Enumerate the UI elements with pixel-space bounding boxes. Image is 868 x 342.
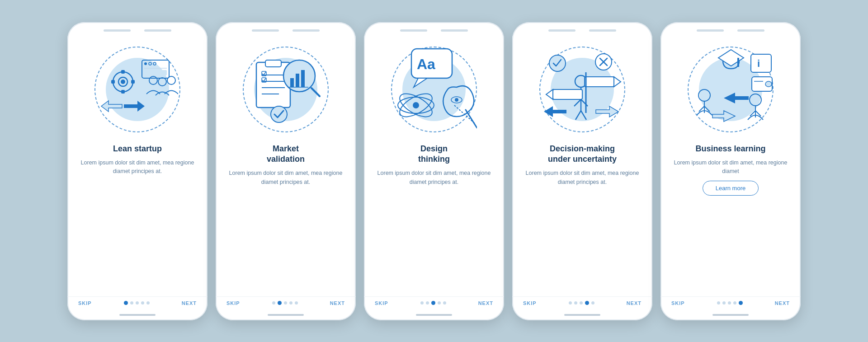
nav-dot-2-4 (289, 301, 292, 305)
svg-rect-27 (290, 78, 294, 87)
nav-dot-5-3 (728, 301, 731, 305)
nav-dot-3-1 (420, 301, 424, 305)
nav-dot-3-5 (443, 301, 446, 305)
nav-dot-1-2 (130, 301, 133, 305)
nav-dot-1-3 (136, 301, 139, 305)
next-btn-4[interactable]: NEXT (627, 300, 642, 306)
dots-nav-5 (717, 301, 743, 305)
top-bar-left (104, 29, 131, 32)
illustration-design-thinking: Aa (384, 40, 484, 139)
phone-content-2: Marketvalidation Lorem ipsum dolor sit d… (216, 35, 356, 296)
card-desc-business-learning: Lorem ipsum dolor sit dim amet, mea regi… (670, 159, 792, 176)
svg-point-15 (153, 62, 156, 65)
illustration-lean-startup (88, 40, 187, 139)
card-title-lean-startup: Lean startup (113, 144, 162, 154)
svg-point-39 (413, 102, 419, 108)
decision-making-icon (539, 47, 625, 131)
phone-bottom-2: SKIP NEXT (216, 296, 356, 314)
nav-dot-2-3 (284, 301, 287, 305)
top-bar-right (144, 29, 171, 32)
card-desc-decision-making: Lorem ipsum dolor sit dim amet, mea regi… (521, 169, 643, 187)
phone-bottom-3: SKIP NEXT (364, 296, 504, 314)
card-desc-design-thinking: Lorem ipsum dolor sit dim amet, mea regi… (373, 169, 495, 187)
home-indicator-2 (268, 314, 304, 316)
next-btn-3[interactable]: NEXT (478, 300, 493, 306)
dots-nav-4 (569, 301, 594, 305)
nav-dot-3-2 (426, 301, 429, 305)
illustration-market-validation (236, 40, 335, 139)
dots-nav-3 (420, 301, 446, 305)
nav-dot-5-4 (733, 301, 736, 305)
phone-bottom-5: SKIP NEXT (660, 296, 801, 314)
skip-btn-5[interactable]: SKIP (671, 300, 685, 306)
home-indicator-3 (416, 314, 452, 316)
svg-line-48 (576, 111, 581, 120)
next-btn-2[interactable]: NEXT (330, 300, 345, 306)
svg-point-55 (549, 55, 566, 71)
home-indicator-1 (119, 314, 156, 316)
svg-rect-4 (111, 80, 115, 84)
next-btn-5[interactable]: NEXT (775, 300, 790, 306)
svg-rect-29 (301, 70, 305, 87)
skip-btn-2[interactable]: SKIP (226, 300, 240, 306)
svg-rect-19 (265, 60, 281, 67)
illustration-decision-making (533, 40, 632, 139)
svg-marker-51 (614, 77, 621, 87)
nav-dot-2-2 (278, 301, 282, 305)
card-title-market-validation: Marketvalidation (267, 144, 305, 165)
home-indicator-5 (712, 314, 749, 316)
home-indicator-4 (564, 314, 600, 316)
svg-point-6 (121, 80, 125, 84)
dots-nav-2 (272, 301, 298, 305)
svg-marker-63 (724, 93, 749, 103)
svg-point-43 (455, 98, 458, 102)
skip-btn-4[interactable]: SKIP (523, 300, 537, 306)
svg-rect-50 (585, 77, 614, 87)
nav-dot-5-2 (722, 301, 726, 305)
top-bar-left-4 (548, 29, 576, 32)
phone-top-bar-5 (660, 22, 801, 35)
nav-dot-1-5 (146, 301, 150, 305)
top-bar-right-3 (441, 29, 468, 32)
card-desc-market-validation: Lorem ipsum dolor sit dim amet, mea regi… (225, 169, 347, 187)
svg-marker-7 (124, 101, 145, 112)
phone-lean-startup: Lean startup Lorem ipsum dolor sit dim a… (67, 22, 208, 320)
svg-point-14 (149, 62, 151, 65)
card-title-business-learning: Business learning (695, 144, 765, 154)
svg-rect-28 (296, 74, 299, 87)
svg-point-74 (750, 94, 761, 106)
svg-marker-73 (712, 111, 735, 122)
learn-more-button[interactable]: Learn more (703, 181, 759, 196)
svg-text:Aa: Aa (417, 56, 435, 72)
market-validation-icon (245, 49, 326, 130)
nav-dot-3-3 (431, 301, 435, 305)
illustration-business-learning: i (681, 40, 780, 139)
phone-top-bar (67, 22, 208, 35)
svg-point-10 (158, 78, 166, 86)
skip-btn-3[interactable]: SKIP (375, 300, 388, 306)
nav-dot-1-4 (141, 301, 144, 305)
phone-business-learning: i (660, 22, 801, 320)
top-bar-right-4 (589, 29, 616, 32)
top-bar-left-5 (697, 29, 724, 32)
top-bar-left-3 (400, 29, 427, 32)
phone-decision-making: Decision-makingunder uncertainty Lorem i… (512, 22, 652, 320)
lean-startup-icon (97, 51, 178, 128)
card-title-decision-making: Decision-makingunder uncertainty (548, 144, 617, 165)
phone-content: Lean startup Lorem ipsum dolor sit dim a… (67, 35, 208, 296)
phone-top-bar-2 (216, 22, 356, 35)
svg-marker-59 (544, 106, 566, 117)
skip-btn-1[interactable]: SKIP (78, 300, 92, 306)
nav-dot-4-3 (580, 301, 583, 305)
dots-nav-1 (124, 301, 150, 305)
next-btn-1[interactable]: NEXT (182, 300, 197, 306)
svg-rect-17 (144, 70, 167, 75)
phones-container: Lean startup Lorem ipsum dolor sit dim a… (54, 9, 814, 334)
svg-marker-8 (101, 101, 122, 112)
svg-point-32 (271, 106, 287, 122)
svg-marker-60 (596, 106, 618, 117)
svg-line-40 (466, 110, 477, 128)
top-bar-right-2 (292, 29, 320, 32)
nav-dot-3-4 (438, 301, 441, 305)
nav-dot-4-2 (574, 301, 577, 305)
